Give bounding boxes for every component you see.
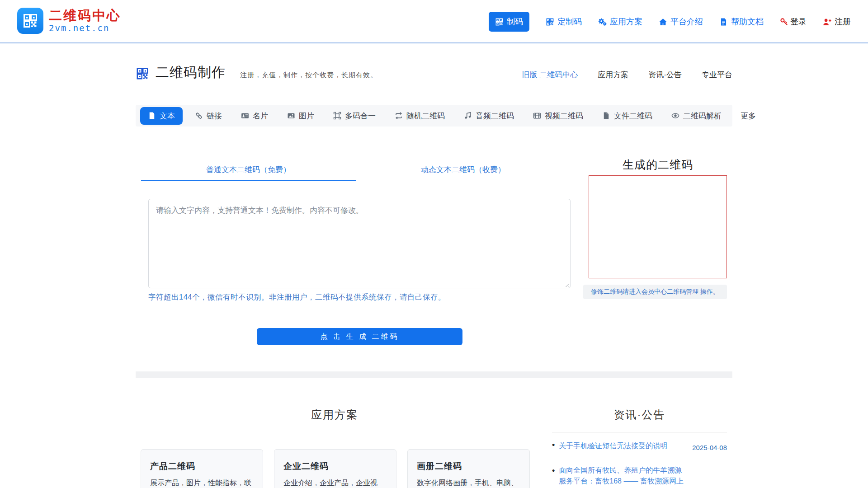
- tab-label: 名片: [253, 111, 268, 121]
- link-icon: [195, 112, 203, 120]
- tab-video-qr[interactable]: 视频二维码: [524, 111, 593, 121]
- input-notice: 字符超出144个，微信有时不识别。非注册用户，二维码不提供系统保存，请自己保存。: [148, 292, 446, 302]
- brand-domain: 2vm.net.cn: [49, 23, 121, 33]
- film-icon: [533, 112, 541, 120]
- nav-label: 登录: [790, 16, 807, 27]
- tab-more[interactable]: 更多: [731, 111, 765, 121]
- eye-icon: [671, 112, 679, 120]
- qr-type-tabbar: 文本 链接 名片 图片 多码合一 随机二维码 音频二维码 视频二维码: [136, 105, 732, 127]
- nav-label: 平台介绍: [670, 16, 703, 27]
- text-input-wrap: [148, 199, 571, 288]
- repeat-icon: [395, 112, 403, 120]
- news-list: • 关于手机验证短信无法接受的说明 2025-04-08 • 面向全国所有牧民、…: [552, 432, 727, 488]
- image-icon: [287, 112, 295, 120]
- tab-random-qr[interactable]: 随机二维码: [385, 111, 454, 121]
- page-title: 二维码制作: [156, 63, 226, 82]
- nav-make-code[interactable]: 制码: [489, 12, 529, 32]
- tab-business-card[interactable]: 名片: [231, 111, 278, 121]
- tab-file-qr[interactable]: 文件二维码: [593, 111, 662, 121]
- key-icon: [780, 18, 788, 26]
- solutions-title: 应用方案: [136, 408, 533, 422]
- tab-multi-code[interactable]: 多码合一: [324, 111, 385, 121]
- tab-label: 随机二维码: [406, 111, 445, 121]
- news-item: • 面向全国所有牧民、养殖户的牛羊溯源服务平台：畜牧168 —— 畜牧溯源网上线…: [552, 458, 727, 488]
- nav-label: 应用方案: [610, 16, 642, 27]
- tab-label: 更多: [741, 111, 756, 121]
- tab-static-text-free[interactable]: 普通文本二维码（免费）: [141, 160, 356, 181]
- nav-label: 定制码: [557, 16, 582, 27]
- news-title: 资讯·公告: [552, 408, 727, 422]
- nav-login[interactable]: 登录: [780, 16, 807, 27]
- text-file-icon: [148, 112, 156, 120]
- news-item: • 关于手机验证短信无法接受的说明 2025-04-08: [552, 432, 727, 458]
- qr-code-icon: [546, 18, 554, 26]
- tab-qr-decode[interactable]: 二维码解析: [662, 111, 731, 121]
- file-icon: [602, 112, 610, 120]
- tab-label: 二维码解析: [683, 111, 722, 121]
- card-desc: 数字化网络画册，手机、电脑、平板浏览，分享，传播方便。: [417, 478, 520, 488]
- tab-label: 多码合一: [345, 111, 376, 121]
- news-date: 2025-04-08: [692, 444, 727, 451]
- gears-icon: [598, 18, 607, 26]
- qr-text-input[interactable]: [148, 199, 571, 288]
- music-icon: [464, 112, 472, 120]
- document-icon: [719, 18, 728, 26]
- generated-qr-box: [589, 175, 727, 278]
- tab-link[interactable]: 链接: [185, 111, 231, 121]
- link-platform[interactable]: 专业平台: [702, 70, 732, 80]
- card-product-qr[interactable]: 产品二维码 展示产品，图片，性能指标，联系方式，企业介绍，可刷码查看。: [141, 449, 263, 488]
- tab-audio-qr[interactable]: 音频二维码: [454, 111, 524, 121]
- link-news[interactable]: 资讯·公告: [648, 70, 682, 80]
- link-solutions[interactable]: 应用方案: [598, 70, 628, 80]
- nav-label: 制码: [507, 16, 523, 27]
- user-plus-icon: [823, 18, 831, 26]
- tab-label: 图片: [299, 111, 314, 121]
- news-section: 资讯·公告 • 关于手机验证短信无法接受的说明 2025-04-08 • 面向全…: [552, 408, 727, 488]
- nav-solutions[interactable]: 应用方案: [598, 16, 642, 27]
- nav-label: 帮助文档: [731, 16, 764, 27]
- id-card-icon: [241, 112, 249, 120]
- news-link[interactable]: 关于手机验证短信无法接受的说明: [559, 441, 686, 451]
- link-old-version[interactable]: 旧版 二维码中心: [522, 70, 578, 80]
- card-enterprise-qr[interactable]: 企业二维码 企业介绍，企业产品，企业视频，企业联系方式，适用范围较广。: [274, 449, 396, 488]
- card-title: 产品二维码: [150, 460, 254, 472]
- card-desc: 展示产品，图片，性能指标，联系方式，企业介绍，可刷码查看。: [150, 478, 254, 488]
- result-title: 生成的二维码: [589, 157, 727, 172]
- tab-label: 链接: [207, 111, 222, 121]
- tab-label: 文本: [160, 111, 175, 121]
- tab-label: 文件二维码: [614, 111, 652, 121]
- nav-custom-code[interactable]: 定制码: [546, 16, 582, 27]
- main-nav: 制码 定制码 应用方案 平台介绍 帮助文档 登录 注册: [489, 0, 851, 43]
- page-title-group: 二维码制作 注册，充值，制作，按个收费，长期有效。: [136, 63, 377, 82]
- card-desc: 企业介绍，企业产品，企业视频，企业联系方式，适用范围较广。: [283, 478, 387, 488]
- news-link[interactable]: 面向全国所有牧民、养殖户的牛羊溯源服务平台：畜牧168 —— 畜牧溯源网上线: [559, 465, 686, 488]
- nav-label: 注册: [835, 16, 851, 27]
- multi-code-icon: [333, 112, 341, 120]
- tab-text[interactable]: 文本: [140, 107, 183, 125]
- section-divider: [136, 371, 732, 378]
- brand-name: 二维码中心: [49, 9, 121, 22]
- page-head-links: 旧版 二维码中心 应用方案 资讯·公告 专业平台: [522, 70, 732, 80]
- brand-qr-icon: [17, 8, 43, 34]
- tab-image[interactable]: 图片: [278, 111, 324, 121]
- tab-dynamic-text-paid[interactable]: 动态文本二维码（收费）: [356, 160, 571, 181]
- bullet-icon: •: [552, 439, 555, 451]
- bullet-icon: •: [552, 465, 555, 477]
- card-title: 画册二维码: [417, 460, 520, 472]
- qr-code-icon: [136, 67, 149, 80]
- text-mode-tabs: 普通文本二维码（免费） 动态文本二维码（收费）: [141, 160, 571, 181]
- nav-platform-intro[interactable]: 平台介绍: [659, 16, 703, 27]
- qr-code-icon: [495, 18, 504, 26]
- nav-help-docs[interactable]: 帮助文档: [719, 16, 764, 27]
- nav-register[interactable]: 注册: [823, 16, 851, 27]
- tab-label: 音频二维码: [476, 111, 514, 121]
- page-head: 二维码制作 注册，充值，制作，按个收费，长期有效。 旧版 二维码中心 应用方案 …: [136, 63, 732, 82]
- qr-decorate-hint[interactable]: 修饰二维码请进入会员中心二维码管理 操作。: [583, 285, 727, 299]
- card-title: 企业二维码: [283, 460, 387, 472]
- solution-cards: 产品二维码 展示产品，图片，性能指标，联系方式，企业介绍，可刷码查看。 企业二维…: [141, 449, 530, 488]
- generate-qr-button[interactable]: 点 击 生 成 二维码: [257, 328, 462, 345]
- card-album-qr[interactable]: 画册二维码 数字化网络画册，手机、电脑、平板浏览，分享，传播方便。: [407, 449, 530, 488]
- tab-label: 视频二维码: [545, 111, 583, 121]
- home-icon: [659, 18, 667, 26]
- brand-logo[interactable]: 二维码中心 2vm.net.cn: [17, 8, 121, 34]
